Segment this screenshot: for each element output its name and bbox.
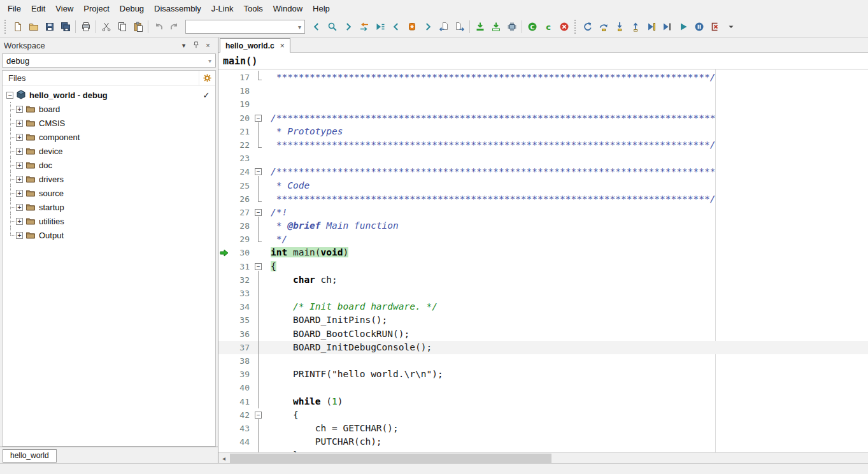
debug-without-downloading-button[interactable]	[488, 19, 504, 35]
toggle-breakpoint-button[interactable]	[404, 19, 420, 35]
breakpoint-gutter[interactable]	[218, 395, 230, 408]
breakpoint-gutter[interactable]	[218, 368, 230, 381]
copy-button[interactable]	[114, 19, 130, 35]
undo-button[interactable]	[150, 19, 166, 35]
expand-toggle-icon[interactable]: +	[16, 232, 23, 239]
expand-toggle-icon[interactable]: +	[16, 120, 23, 127]
expand-toggle-icon[interactable]: −	[6, 92, 13, 99]
breakpoint-gutter[interactable]	[218, 84, 230, 97]
expand-toggle-icon[interactable]: +	[16, 204, 23, 211]
tree-item-hello-world-debug[interactable]: −hello_world - debug✓	[3, 88, 215, 102]
toolbar-grip[interactable]	[574, 20, 577, 34]
fold-toggle-icon[interactable]: −	[253, 260, 264, 273]
quick-search-combo[interactable]: ▾	[185, 20, 305, 34]
download-and-debug-button[interactable]	[472, 19, 488, 35]
gear-icon[interactable]	[199, 71, 215, 86]
stop-build-button[interactable]	[556, 19, 572, 35]
next-bookmark-button[interactable]	[420, 19, 436, 35]
code-line-26[interactable]: 26 *************************************…	[218, 192, 868, 206]
code-line-17[interactable]: 17 *************************************…	[218, 71, 868, 84]
step-out-button[interactable]	[627, 19, 643, 35]
quick-search-button[interactable]	[324, 19, 340, 35]
code-line-20[interactable]: 20−/************************************…	[218, 111, 868, 125]
tree-item-component[interactable]: +component	[3, 130, 215, 144]
code-line-25[interactable]: 25 * Code	[218, 179, 868, 192]
code-line-32[interactable]: 32 char ch;	[218, 273, 868, 287]
next-statement-button[interactable]	[643, 19, 659, 35]
menu-item-project[interactable]: Project	[78, 1, 114, 16]
chevron-down-icon[interactable]: ▾	[178, 41, 190, 50]
breakpoint-gutter[interactable]	[218, 435, 230, 449]
code-line-31[interactable]: 31−{	[218, 260, 868, 273]
function-selector[interactable]: main()	[218, 53, 868, 69]
code-line-22[interactable]: 22 *************************************…	[218, 138, 868, 152]
flash-device-button[interactable]	[504, 19, 520, 35]
code-line-44[interactable]: 44 PUTCHAR(ch);	[218, 435, 868, 449]
breakpoint-gutter[interactable]	[218, 111, 230, 125]
breakpoint-gutter[interactable]	[218, 152, 230, 165]
code-line-38[interactable]: 38	[218, 354, 868, 368]
new-document-button[interactable]	[10, 19, 25, 35]
toolbar-options-button[interactable]	[723, 19, 739, 35]
find-previous-button[interactable]	[308, 19, 324, 35]
code-line-30[interactable]: 30int main(void)	[218, 246, 868, 259]
tree-item-output[interactable]: +Output	[3, 228, 215, 242]
code-line-23[interactable]: 23	[218, 152, 868, 165]
paste-button[interactable]	[130, 19, 146, 35]
replace-button[interactable]	[356, 19, 372, 35]
expand-toggle-icon[interactable]: +	[16, 176, 23, 183]
go-to-bookmark-button[interactable]	[372, 19, 388, 35]
c-stat-clear-button[interactable]: c	[540, 19, 556, 35]
fold-toggle-icon[interactable]: −	[253, 408, 264, 422]
tree-item-drivers[interactable]: +drivers	[3, 172, 215, 186]
tree-item-board[interactable]: +board	[3, 102, 215, 116]
toolbar-grip[interactable]	[4, 20, 7, 34]
close-tab-icon[interactable]: ×	[280, 41, 285, 50]
expand-toggle-icon[interactable]: +	[16, 148, 23, 155]
code-line-24[interactable]: 24−/************************************…	[218, 165, 868, 178]
breakpoint-gutter[interactable]	[218, 192, 230, 206]
tree-item-device[interactable]: +device	[3, 144, 215, 158]
menu-item-help[interactable]: Help	[308, 1, 335, 16]
expand-toggle-icon[interactable]: +	[16, 106, 23, 113]
breakpoint-gutter[interactable]	[218, 300, 230, 313]
breakpoint-gutter[interactable]	[218, 165, 230, 178]
code-line-43[interactable]: 43 ch = GETCHAR();	[218, 422, 868, 435]
redo-button[interactable]	[166, 19, 182, 35]
menu-item-tools[interactable]: Tools	[238, 1, 267, 16]
close-icon[interactable]: ×	[202, 41, 214, 49]
code-line-42[interactable]: 42− {	[218, 408, 868, 422]
c-stat-analyze-button[interactable]: C	[524, 19, 540, 35]
code-line-40[interactable]: 40	[218, 381, 868, 394]
save-button[interactable]	[41, 19, 57, 35]
breakpoint-gutter[interactable]	[218, 408, 230, 422]
breakpoint-gutter[interactable]	[218, 341, 230, 354]
expand-toggle-icon[interactable]: +	[16, 162, 23, 169]
expand-toggle-icon[interactable]: +	[16, 190, 23, 197]
scrollbar-thumb[interactable]	[230, 454, 551, 463]
open-document-button[interactable]	[25, 19, 41, 35]
code-line-41[interactable]: 41 while (1)	[218, 395, 868, 408]
print-button[interactable]	[78, 19, 94, 35]
step-over-button[interactable]	[595, 19, 611, 35]
breakpoint-gutter[interactable]	[218, 422, 230, 435]
fold-toggle-icon[interactable]: −	[253, 111, 264, 125]
menu-item-edit[interactable]: Edit	[26, 1, 50, 16]
menu-item-disassembly[interactable]: Disassembly	[149, 1, 206, 16]
breakpoint-gutter[interactable]	[218, 179, 230, 192]
menu-item-debug[interactable]: Debug	[115, 1, 149, 16]
code-line-39[interactable]: 39 PRINTF("hello world.\r\n");	[218, 368, 868, 381]
breakpoint-gutter[interactable]	[218, 327, 230, 341]
breakpoint-gutter[interactable]	[218, 97, 230, 111]
navigate-forward-button[interactable]	[452, 19, 467, 35]
code-line-28[interactable]: 28 * @brief Main function	[218, 219, 868, 233]
menu-item-file[interactable]: File	[3, 1, 26, 16]
navigate-backward-button[interactable]	[436, 19, 452, 35]
go-button[interactable]	[675, 19, 691, 35]
code-line-37[interactable]: 37 BOARD_InitDebugConsole();	[218, 341, 868, 354]
menu-item-window[interactable]: Window	[268, 1, 308, 16]
code-line-36[interactable]: 36 BOARD_BootClockRUN();	[218, 327, 868, 341]
fold-toggle-icon[interactable]: −	[253, 206, 264, 219]
tree-item-startup[interactable]: +startup	[3, 200, 215, 214]
reset-button[interactable]	[580, 19, 595, 35]
